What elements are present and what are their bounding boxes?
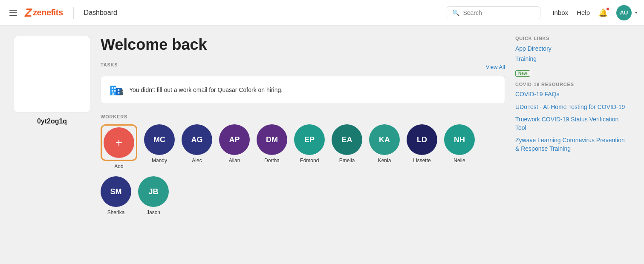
- view-all-link[interactable]: View All: [486, 64, 505, 70]
- worker-item-mc[interactable]: MC Mandy: [144, 124, 175, 169]
- worker-name-ap: Allan: [229, 158, 240, 164]
- worker-avatar-sm: SM: [101, 176, 131, 207]
- new-badge: New: [515, 70, 530, 77]
- worker-avatar-ka: KA: [369, 124, 400, 155]
- workers-label: WORKERS: [101, 114, 127, 119]
- logo[interactable]: Z zenefits: [25, 7, 63, 19]
- username: 0yt2og1q: [37, 118, 67, 125]
- task-text: You didn't fill out a work email for Qua…: [129, 86, 283, 93]
- notification-badge: [606, 7, 609, 11]
- search-bar[interactable]: 🔍: [447, 6, 540, 19]
- search-input[interactable]: [463, 9, 535, 16]
- main-content: 0yt2og1q Welcome back TASKS View All: [0, 26, 644, 226]
- worker-item-add[interactable]: + Add: [101, 124, 137, 169]
- svg-rect-5: [114, 90, 116, 92]
- svg-rect-6: [118, 89, 119, 91]
- worker-item-jb[interactable]: JB Jason: [138, 176, 169, 215]
- help-link[interactable]: Help: [577, 9, 590, 16]
- notification-button[interactable]: 🔔: [598, 8, 608, 17]
- worker-avatar-ld: LD: [407, 124, 437, 155]
- worker-item-ka[interactable]: KA Kenia: [369, 124, 400, 169]
- worker-item-ap[interactable]: AP Allan: [219, 124, 250, 169]
- worker-name-sm: Sherika: [107, 209, 125, 215]
- center-panel: Welcome back TASKS View All: [101, 36, 505, 215]
- search-icon: 🔍: [452, 9, 459, 16]
- worker-name-ag: Alec: [192, 158, 202, 164]
- worker-avatar-dm: DM: [257, 124, 287, 155]
- quick-link-training[interactable]: Training: [515, 55, 630, 62]
- tasks-header: TASKS View All: [101, 62, 505, 72]
- worker-item-nh[interactable]: NH Nelle: [444, 124, 475, 169]
- task-card: You didn't fill out a work email for Qua…: [101, 76, 505, 104]
- covid-link-truework[interactable]: Truework COVID-19 Status Verification To…: [515, 115, 630, 132]
- worker-name-ea: Emelia: [339, 158, 355, 164]
- worker-item-ep[interactable]: EP Edmond: [294, 124, 325, 169]
- svg-rect-8: [112, 92, 114, 95]
- worker-name-ep: Edmond: [300, 158, 319, 164]
- inbox-link[interactable]: Inbox: [552, 9, 568, 16]
- worker-avatar-mc: MC: [144, 124, 175, 155]
- logo-icon: Z: [25, 7, 32, 19]
- worker-name-jb: Jason: [147, 209, 160, 215]
- profile-photo: [14, 36, 90, 112]
- covid-link-udotest[interactable]: UDoTest - At-Home Testing for COVID-19: [515, 103, 630, 112]
- welcome-title: Welcome back: [101, 36, 505, 54]
- header: Z zenefits Dashboard 🔍 Inbox Help 🔔 AU ▾: [0, 0, 644, 26]
- header-nav: Inbox Help 🔔 AU ▾: [552, 5, 637, 20]
- user-avatar[interactable]: AU: [616, 5, 632, 20]
- worker-item-ld[interactable]: LD Lissette: [407, 124, 437, 169]
- workers-section: WORKERS + Add MC Mandy AG Alec AP Allan …: [101, 112, 505, 215]
- left-panel: 0yt2og1q: [14, 36, 90, 215]
- worker-avatar-ea: EA: [332, 124, 362, 155]
- svg-point-9: [120, 89, 123, 92]
- tasks-label: TASKS: [101, 62, 118, 67]
- worker-item-sm[interactable]: SM Sherika: [101, 176, 131, 215]
- worker-avatar-jb: JB: [138, 176, 169, 207]
- worker-avatar-ag: AG: [182, 124, 212, 155]
- menu-icon[interactable]: [7, 7, 20, 18]
- header-divider: [73, 7, 74, 19]
- quick-links-container: App DirectoryTraining: [515, 45, 630, 62]
- worker-name-nh: Nelle: [453, 158, 465, 164]
- page-title: Dashboard: [84, 9, 117, 17]
- worker-name-ka: Kenia: [378, 158, 391, 164]
- avatar-chevron-icon[interactable]: ▾: [635, 10, 637, 15]
- task-building-icon: [110, 83, 123, 97]
- worker-name-mc: Mandy: [152, 158, 167, 164]
- worker-avatar-ep: EP: [294, 124, 325, 155]
- svg-rect-7: [118, 92, 119, 94]
- covid-link-covid-faq[interactable]: COVID-19 FAQs: [515, 90, 630, 99]
- add-worker-button[interactable]: +: [104, 127, 134, 158]
- worker-name-ld: Lissette: [413, 158, 430, 164]
- quick-links-label: QUICK LINKS: [515, 36, 630, 41]
- workers-grid: + Add MC Mandy AG Alec AP Allan DM Dorth…: [101, 124, 505, 215]
- logo-text: zenefits: [33, 8, 63, 17]
- worker-avatar-nh: NH: [444, 124, 475, 155]
- svg-rect-3: [114, 87, 116, 89]
- worker-item-ag[interactable]: AG Alec: [182, 124, 212, 169]
- svg-rect-2: [112, 87, 113, 89]
- worker-item-dm[interactable]: DM Dortha: [257, 124, 287, 169]
- covid-link-zywave[interactable]: Zywave Learning Coronavirus Prevention &…: [515, 136, 630, 153]
- worker-avatar-ap: AP: [219, 124, 250, 155]
- covid-links-container: COVID-19 FAQsUDoTest - At-Home Testing f…: [515, 90, 630, 153]
- svg-rect-10: [120, 92, 123, 95]
- svg-rect-4: [112, 90, 113, 92]
- right-panel: QUICK LINKS App DirectoryTraining New CO…: [515, 36, 630, 215]
- covid-resources-label: COVID-19 RESOURCES: [515, 82, 630, 87]
- quick-link-app-directory[interactable]: App Directory: [515, 45, 630, 52]
- worker-item-ea[interactable]: EA Emelia: [332, 124, 362, 169]
- worker-name-dm: Dortha: [264, 158, 280, 164]
- worker-name-add: Add: [114, 164, 123, 169]
